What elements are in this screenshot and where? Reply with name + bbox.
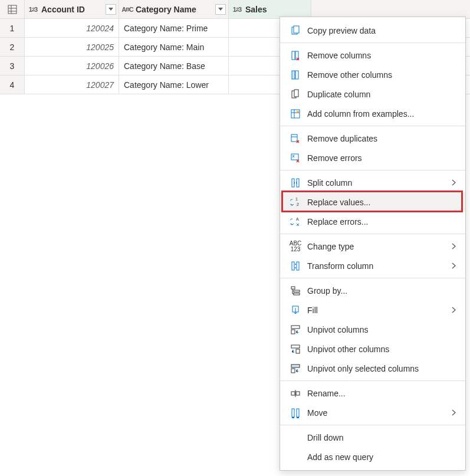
menu-separator (280, 380, 465, 381)
column-header-category[interactable]: ABC Category Name (119, 0, 229, 18)
row-number[interactable]: 1 (0, 19, 25, 37)
column-header-sales[interactable]: 123 Sales (229, 0, 311, 18)
chevron-right-icon (449, 179, 458, 186)
menu-rename[interactable]: Rename... (280, 383, 465, 403)
menu-separator (280, 126, 465, 126)
filter-dropdown-button[interactable] (106, 4, 116, 15)
menu-label: Drill down (304, 433, 458, 442)
menu-label: Move (304, 408, 449, 418)
cell-category[interactable]: Category Name: Prime (119, 19, 229, 37)
svg-rect-26 (294, 290, 300, 292)
svg-rect-29 (291, 326, 300, 329)
menu-split-column[interactable]: Split column (280, 173, 465, 192)
menu-label: Unpivot other columns (304, 344, 458, 354)
split-column-icon (287, 178, 304, 188)
menu-label: Add column from examples... (304, 109, 458, 119)
svg-rect-23 (292, 262, 294, 270)
menu-duplicate-column[interactable]: Duplicate column (280, 84, 465, 104)
fill-icon (287, 305, 304, 316)
add-column-examples-icon (287, 109, 304, 119)
menu-copy-preview[interactable]: Copy preview data (280, 21, 465, 40)
remove-duplicates-icon (287, 133, 304, 144)
menu-transform-column[interactable]: Transform column (280, 256, 465, 275)
grid-corner-cell[interactable] (0, 0, 25, 18)
cell-category[interactable]: Category Name: Main (119, 38, 229, 56)
svg-rect-32 (296, 349, 300, 353)
svg-text:2: 2 (297, 202, 299, 206)
svg-rect-36 (296, 392, 300, 395)
column-label: Account ID (39, 5, 103, 14)
menu-separator (280, 425, 465, 425)
menu-replace-errors[interactable]: A Replace errors... (280, 212, 465, 231)
menu-group-by[interactable]: Group by... (280, 281, 465, 300)
cell-category[interactable]: Category Name: Base (119, 57, 229, 75)
remove-column-icon (287, 50, 304, 61)
menu-label: Remove duplicates (304, 134, 458, 143)
number-type-icon: 123 (27, 6, 39, 13)
replace-errors-icon: A (287, 216, 304, 227)
menu-fill[interactable]: Fill (280, 300, 465, 320)
svg-rect-39 (297, 409, 299, 417)
cell-category[interactable]: Category Name: Lower (119, 75, 229, 94)
menu-separator (280, 170, 465, 170)
svg-rect-31 (291, 345, 300, 348)
menu-label: Duplicate column (304, 90, 458, 99)
menu-label: Remove other columns (304, 70, 458, 80)
cell-account[interactable]: 120024 (25, 19, 119, 37)
menu-remove-other-columns[interactable]: Remove other columns (280, 65, 465, 84)
svg-rect-11 (294, 90, 298, 97)
row-number[interactable]: 2 (0, 38, 25, 56)
menu-label: Replace errors... (304, 217, 458, 226)
svg-rect-5 (294, 26, 299, 33)
copy-icon (287, 25, 304, 36)
change-type-icon: ABC 123 (287, 241, 304, 252)
svg-rect-35 (291, 392, 295, 395)
chevron-right-icon (449, 262, 458, 269)
menu-separator (280, 42, 465, 43)
menu-separator (280, 234, 465, 234)
svg-rect-19 (297, 179, 299, 187)
svg-rect-9 (295, 71, 298, 79)
menu-label: Remove columns (304, 51, 458, 60)
rename-icon (287, 388, 304, 399)
menu-add-new-query[interactable]: Add as new query (280, 447, 465, 467)
number-type-icon: 123 (231, 6, 243, 13)
svg-rect-33 (291, 365, 300, 367)
menu-label: Replace values... (304, 198, 458, 207)
column-label: Category Name (133, 5, 213, 14)
cell-account[interactable]: 120027 (25, 75, 119, 94)
menu-label: Rename... (304, 389, 458, 398)
svg-text:1: 1 (295, 197, 298, 201)
menu-replace-values[interactable]: 12 Replace values... (280, 192, 465, 212)
menu-label: Copy preview data (304, 26, 458, 35)
menu-add-column-examples[interactable]: Add column from examples... (280, 104, 465, 123)
column-header-account[interactable]: 123 Account ID (25, 0, 119, 18)
menu-remove-columns[interactable]: Remove columns (280, 45, 465, 65)
menu-label: Group by... (304, 286, 458, 296)
menu-unpivot-other-columns[interactable]: Unpivot other columns (280, 339, 465, 359)
svg-rect-0 (8, 5, 17, 14)
column-label: Sales (243, 5, 308, 14)
filter-dropdown-button[interactable] (215, 4, 226, 15)
menu-remove-errors[interactable]: Remove errors (280, 148, 465, 168)
menu-separator (280, 278, 465, 278)
menu-label: Remove errors (304, 153, 458, 163)
menu-remove-duplicates[interactable]: Remove duplicates (280, 129, 465, 148)
duplicate-column-icon (287, 89, 304, 100)
remove-errors-icon (287, 153, 304, 163)
menu-unpivot-columns[interactable]: Unpivot columns (280, 320, 465, 339)
menu-unpivot-selected-columns[interactable]: Unpivot only selected columns (280, 359, 465, 378)
row-number[interactable]: 3 (0, 57, 25, 75)
svg-rect-17 (291, 154, 298, 160)
menu-label: Unpivot columns (304, 325, 458, 334)
menu-move[interactable]: Move (280, 403, 465, 422)
menu-change-type[interactable]: ABC 123 Change type (280, 237, 465, 256)
menu-label: Unpivot only selected columns (304, 364, 458, 373)
row-number[interactable]: 4 (0, 75, 25, 94)
svg-rect-24 (297, 262, 299, 270)
chevron-right-icon (449, 243, 458, 250)
menu-drill-down[interactable]: Drill down (280, 428, 465, 447)
cell-account[interactable]: 120025 (25, 38, 119, 56)
cell-account[interactable]: 120026 (25, 57, 119, 75)
replace-values-icon: 12 (287, 197, 304, 208)
